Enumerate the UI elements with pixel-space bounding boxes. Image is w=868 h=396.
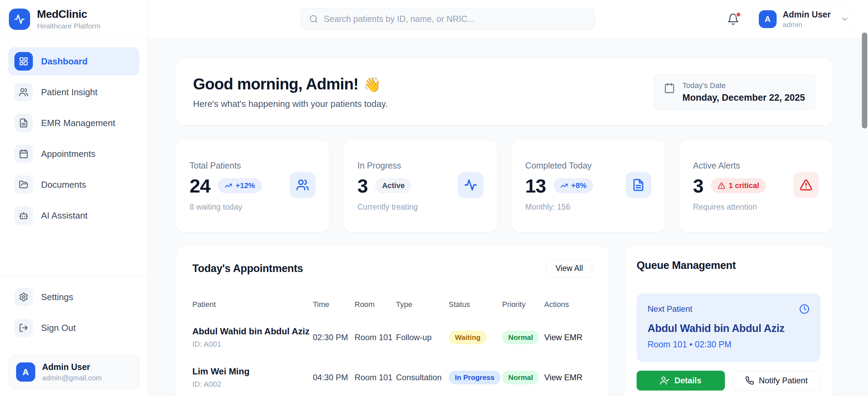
trend-badge: +8% (553, 178, 593, 193)
topbar: A Admin User admin (148, 0, 868, 38)
user-menu[interactable]: A Admin User admin (752, 6, 856, 33)
brand-logo-icon (9, 9, 30, 30)
phone-icon (745, 376, 754, 385)
sidebar-item-label: Settings (41, 292, 73, 302)
sidebar-item-ai-assistant[interactable]: AI Assistant (8, 201, 139, 230)
content-column: A Admin User admin Good morning, Admin!👋… (148, 0, 868, 396)
sidebar-user-card[interactable]: A Admin User admin@gmail.com (8, 355, 139, 389)
clock-icon (799, 304, 809, 314)
sidebar-item-label: Sign Out (41, 323, 76, 333)
todays-date-chip: Today's Date Monday, December 22, 2025 (653, 74, 816, 110)
notification-badge-dot (736, 12, 741, 17)
sidebar-item-label: AI Assistant (41, 210, 88, 221)
logout-icon (14, 319, 33, 337)
stat-subtext: Currently treating (357, 202, 418, 212)
date-value: Monday, December 22, 2025 (682, 92, 805, 103)
queue-title: Queue Management (637, 259, 820, 272)
appointment-type: Consultation (396, 373, 449, 382)
topbar-right: A Admin User admin (727, 6, 856, 33)
chevron-down-icon (840, 15, 849, 24)
table-row: Abdul Wahid bin Abdul Aziz ID: A001 02:3… (192, 318, 592, 358)
view-emr-link[interactable]: View EMR (544, 333, 592, 342)
file-text-icon (14, 114, 33, 132)
stat-subtext: 8 waiting today (190, 202, 262, 212)
sidebar-item-appointments[interactable]: Appointments (8, 140, 139, 168)
next-patient-label: Next Patient (648, 304, 692, 314)
stat-card-total-patients: Total Patients 24 +12% 8 waiting today (176, 140, 330, 232)
table-header-row: Patient Time Room Type Status Priority A… (192, 300, 592, 318)
bottom-row: Today's Appointments View All Patient Ti… (176, 245, 833, 396)
appointment-time: 02:30 PM (313, 333, 355, 342)
sidebar-item-label: EMR Management (41, 118, 115, 128)
search-box (301, 9, 595, 30)
stats-row: Total Patients 24 +12% 8 waiting today (176, 140, 833, 232)
search-icon (309, 14, 318, 24)
sidebar-user-email: admin@gmail.com (42, 374, 102, 382)
stat-label: Total Patients (190, 161, 262, 171)
sidebar-item-sign-out[interactable]: Sign Out (8, 314, 139, 342)
sidebar: MedClinic Healthcare Platform Dashboard … (0, 0, 148, 396)
table-row: Lim Wei Ming ID: A002 04:30 PM Room 101 … (192, 358, 592, 396)
users-icon (290, 172, 316, 198)
gear-icon (14, 288, 33, 306)
date-label: Today's Date (682, 81, 805, 90)
alert-triangle-icon (718, 182, 725, 189)
next-patient-name: Abdul Wahid bin Abdul Aziz (648, 322, 809, 335)
priority-badge: Normal (502, 371, 539, 384)
search-input[interactable] (324, 14, 586, 24)
trending-up-icon (225, 182, 232, 189)
app-root: MedClinic Healthcare Platform Dashboard … (0, 0, 868, 396)
view-emr-link[interactable]: View EMR (544, 373, 592, 382)
column-header-priority: Priority (502, 300, 544, 309)
sidebar-item-documents[interactable]: Documents (8, 171, 139, 199)
sidebar-item-label: Dashboard (41, 56, 88, 67)
stat-subtext: Monthly: 156 (525, 202, 593, 212)
appointment-type: Follow-up (396, 333, 449, 342)
avatar: A (759, 10, 777, 28)
vertical-scrollbar-thumb[interactable] (862, 33, 867, 128)
sidebar-item-emr-management[interactable]: EMR Management (8, 109, 139, 137)
stat-value: 3 (357, 175, 368, 197)
notifications-button[interactable] (727, 13, 739, 25)
status-badge: Waiting (449, 331, 487, 344)
sidebar-nav: Dashboard Patient Insight EMR Management… (0, 38, 148, 276)
sidebar-item-settings[interactable]: Settings (8, 283, 139, 311)
sidebar-user-name: Admin User (42, 362, 102, 372)
queue-management-panel: Queue Management Next Patient Abdul Wahi… (624, 245, 833, 396)
priority-badge: Normal (502, 331, 539, 344)
topbar-user-role: admin (783, 21, 831, 29)
stat-value: 13 (525, 175, 546, 197)
appointments-table: Patient Time Room Type Status Priority A… (192, 300, 592, 396)
stat-value: 24 (190, 175, 210, 197)
stat-card-in-progress: In Progress 3 Active Currently treating (343, 140, 497, 232)
critical-badge: 1 critical (711, 178, 766, 193)
avatar: A (16, 362, 35, 382)
stat-label: In Progress (357, 161, 418, 171)
trending-up-icon (560, 182, 568, 189)
column-header-type: Type (396, 300, 449, 309)
brand-name: MedClinic (37, 8, 101, 21)
main-content: Good morning, Admin!👋 Here's what's happ… (148, 38, 868, 396)
topbar-user-name: Admin User (783, 10, 831, 20)
view-all-button[interactable]: View All (546, 259, 592, 277)
patient-name: Abdul Wahid bin Abdul Aziz (192, 326, 313, 337)
next-patient-card: Next Patient Abdul Wahid bin Abdul Aziz … (637, 294, 820, 362)
stat-card-active-alerts: Active Alerts 3 1 critical Requires atte… (679, 140, 833, 232)
trend-badge: +12% (218, 178, 262, 193)
brand: MedClinic Healthcare Platform (0, 0, 148, 38)
wave-emoji: 👋 (363, 76, 381, 92)
alert-triangle-icon (793, 172, 819, 198)
sidebar-item-dashboard[interactable]: Dashboard (8, 47, 139, 75)
details-button[interactable]: Details (637, 371, 725, 391)
greeting-text: Good morning, Admin! (193, 75, 358, 93)
stat-card-completed-today: Completed Today 13 +8% Monthly: 156 (511, 140, 665, 232)
column-header-patient: Patient (192, 300, 313, 309)
sidebar-item-patient-insight[interactable]: Patient Insight (8, 78, 139, 106)
sidebar-item-label: Appointments (41, 149, 95, 159)
notify-patient-button[interactable]: Notify Patient (732, 371, 821, 391)
appointment-room: Room 101 (355, 333, 396, 342)
stat-label: Completed Today (525, 161, 593, 171)
column-header-room: Room (355, 300, 396, 309)
sidebar-footer: Settings Sign Out (0, 276, 148, 345)
stat-label: Active Alerts (693, 161, 766, 171)
